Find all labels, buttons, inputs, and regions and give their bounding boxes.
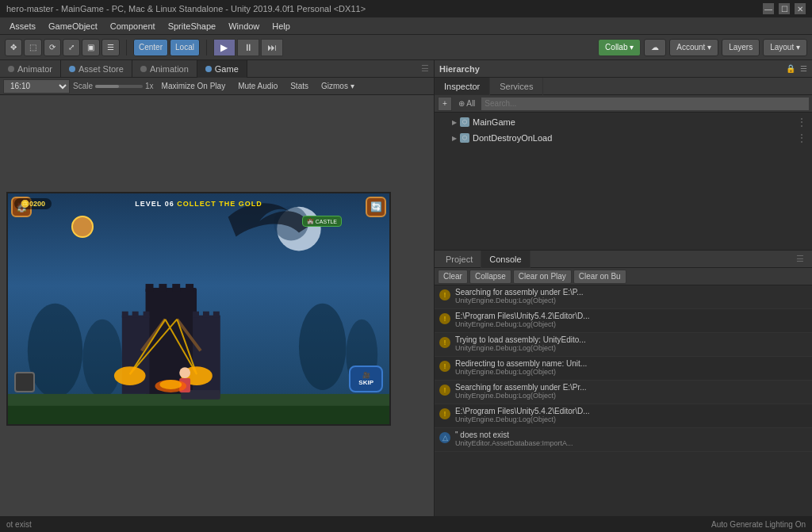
console-msg-main: Searching for assembly under E:\Pr... <box>455 383 807 392</box>
status-bar: ot exist Auto Generate Lighting On <box>0 516 812 532</box>
hierarchy-add-button[interactable]: + <box>438 97 452 111</box>
step-button[interactable]: ⏭ <box>261 39 283 56</box>
tab-project[interactable]: Project <box>438 251 481 268</box>
console-msg-sub: UnityEngine.Debug:Log(Object) <box>455 344 807 352</box>
console-message: Trying to load assembly: UnityEdito... U… <box>455 335 807 352</box>
hierarchy-toolbar: + ⊕ All <box>435 95 812 113</box>
item-menu-icon[interactable]: ⋮ <box>796 132 807 144</box>
clear-on-play-button[interactable]: Clear on Play <box>513 270 572 284</box>
tab-animation[interactable]: Animation <box>132 60 197 78</box>
console-row[interactable]: ! Trying to load assembly: UnityEdito...… <box>435 333 812 357</box>
console-row[interactable]: ! Searching for assembly under E:\Pr... … <box>435 381 812 404</box>
status-left: ot exist <box>6 520 32 529</box>
tab-services[interactable]: Services <box>490 78 543 95</box>
pause-button[interactable]: ⏸ <box>237 39 259 56</box>
panel-menu-icon[interactable]: ☰ <box>421 63 434 74</box>
menu-component[interactable]: Component <box>104 20 162 33</box>
dontdestroy-label: DontDestroyOnLoad <box>473 133 552 143</box>
hand-tool[interactable]: ✥ <box>5 39 22 56</box>
hierarchy-item-dontdestroy[interactable]: ▶ ⬡ DontDestroyOnLoad ⋮ <box>435 130 812 146</box>
gizmos-dropdown[interactable]: Gizmos ▾ <box>316 79 359 94</box>
console-content: ! Searching for assembly under E:\P... U… <box>435 285 812 516</box>
warning-icon: ! <box>439 408 450 419</box>
stats-button[interactable]: Stats <box>285 79 313 94</box>
aspect-ratio-select[interactable]: 16:10 Free Aspect 5:4 4:3 16:9 <box>3 79 70 94</box>
local-button[interactable]: Local <box>170 39 200 56</box>
refresh-icon-button[interactable]: 🔄 <box>366 197 386 217</box>
console-menu-icon[interactable]: ☰ <box>796 254 809 264</box>
account-button[interactable]: ☁ <box>644 39 666 56</box>
svg-rect-9 <box>172 284 180 292</box>
menu-assets[interactable]: Assets <box>3 20 42 33</box>
menu-help[interactable]: Help <box>266 20 297 33</box>
window-title: hero-master - MainGame - PC, Mac & Linux… <box>6 4 366 13</box>
hierarchy-search-input[interactable] <box>481 98 809 110</box>
collab-button[interactable]: Collab ▾ <box>598 39 641 56</box>
shield-button[interactable] <box>14 372 35 392</box>
console-row[interactable]: △ " does not exist UnityEditor.AssetData… <box>435 428 812 452</box>
console-row[interactable]: ! Searching for assembly under E:\P... U… <box>435 285 812 309</box>
menu-gameobject[interactable]: GameObject <box>42 20 104 33</box>
minimize-button[interactable]: — <box>763 3 774 14</box>
warning-icon: ! <box>439 385 450 396</box>
warning-icon: ! <box>439 361 450 372</box>
clear-on-build-button[interactable]: Clear on Bu <box>573 270 626 284</box>
game-viewport: 🏠 🔄 LEVEL 06 COLLECT THE GOLD 🪙0200 🏰 CA… <box>0 95 434 516</box>
mute-audio-toggle[interactable]: Mute Audio <box>233 79 282 94</box>
close-button[interactable]: ✕ <box>795 3 806 14</box>
play-button[interactable]: ▶ <box>213 39 236 56</box>
tab-inspector[interactable]: Inspector <box>435 78 490 95</box>
castle-badge: 🏰 CASTLE <box>302 216 342 227</box>
svg-point-3 <box>82 320 122 398</box>
move-tool[interactable]: ⬚ <box>24 39 42 56</box>
game-tab-label: Game <box>215 64 239 74</box>
console-msg-sub: UnityEngine.Debug:Log(Object) <box>455 392 807 400</box>
svg-point-33 <box>159 380 182 389</box>
pivot-group: Center Local <box>133 39 200 56</box>
transform-tool[interactable]: ☰ <box>102 39 120 56</box>
clear-button[interactable]: Clear <box>438 270 468 284</box>
transform-tools: ✥ ⬚ ⟳ ⤢ ▣ ☰ <box>5 39 120 56</box>
console-msg-main: Searching for assembly under E:\P... <box>455 288 807 297</box>
maximize-button[interactable]: ☐ <box>779 3 790 14</box>
hierarchy-menu-icon[interactable]: ☰ <box>800 64 807 73</box>
tab-game[interactable]: Game <box>197 60 247 78</box>
warning-icon: ! <box>439 289 450 300</box>
rect-tool[interactable]: ▣ <box>82 39 100 56</box>
animation-tab-label: Animation <box>150 64 189 74</box>
maximize-on-play-toggle[interactable]: Maximize On Play <box>157 79 231 94</box>
rotate-tool[interactable]: ⟳ <box>44 39 61 56</box>
tab-asset-store[interactable]: Asset Store <box>61 60 132 78</box>
playback-controls: ▶ ⏸ ⏭ <box>213 39 283 56</box>
game-tab-dot <box>205 66 212 72</box>
animator-tab-dot <box>8 66 14 72</box>
layout-button[interactable]: Layout ▾ <box>763 39 807 56</box>
tab-console[interactable]: Console <box>481 251 530 268</box>
collapse-button[interactable]: Collapse <box>469 270 511 284</box>
center-button[interactable]: Center <box>133 39 168 56</box>
menu-spriteshape[interactable]: SpriteShape <box>162 20 223 33</box>
scale-bar[interactable] <box>95 85 143 88</box>
title-bar: hero-master - MainGame - PC, Mac & Linux… <box>0 0 812 17</box>
console-row[interactable]: ! E:\Program Files\Unity5.4.2\Editor\D..… <box>435 309 812 333</box>
layers-button[interactable]: Layers <box>722 39 760 56</box>
asset-store-tab-label: Asset Store <box>79 64 124 74</box>
console-row[interactable]: ! Redirecting to assembly name: Unit... … <box>435 357 812 381</box>
console-msg-main: E:\Program Files\Unity5.4.2\Editor\D... <box>455 312 807 320</box>
account-dropdown[interactable]: Account ▾ <box>669 39 718 56</box>
console-row[interactable]: ! E:\Program Files\Unity5.4.2\Editor\D..… <box>435 404 812 428</box>
item-menu-icon[interactable]: ⋮ <box>796 116 807 128</box>
scale-fill <box>95 85 119 88</box>
tab-animator[interactable]: Animator <box>0 60 61 78</box>
separator-2 <box>206 40 207 55</box>
scale-tool[interactable]: ⤢ <box>63 39 80 56</box>
main-layout: Animator Asset Store Animation Game ☰ 16… <box>0 60 812 516</box>
hierarchy-title: Hierarchy <box>439 64 781 74</box>
svg-point-28 <box>114 366 146 385</box>
score-value: 0200 <box>29 200 45 208</box>
skip-button[interactable]: 🎥SKIP <box>349 366 383 392</box>
hierarchy-item-maingame[interactable]: ▶ ⬡ MainGame ⋮ <box>435 114 812 130</box>
console-message: Searching for assembly under E:\Pr... Un… <box>455 383 807 400</box>
hierarchy-lock-icon[interactable]: 🔒 <box>786 64 795 73</box>
menu-window[interactable]: Window <box>222 20 266 33</box>
